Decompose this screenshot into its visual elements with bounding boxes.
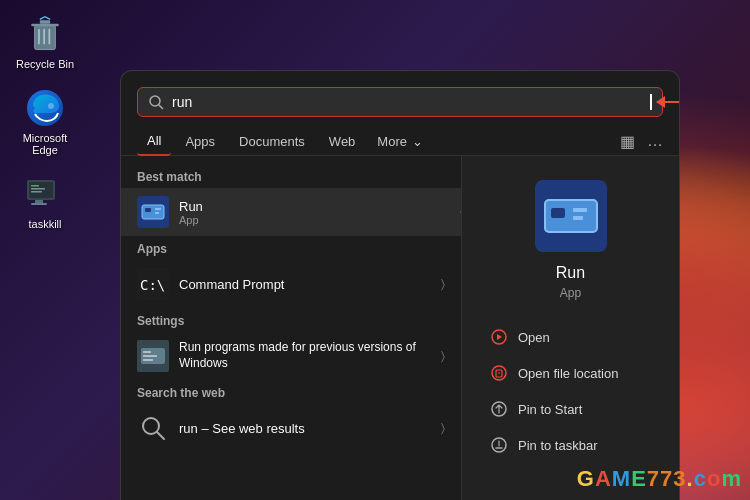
edge-icon	[25, 88, 65, 128]
svg-rect-1	[38, 29, 40, 45]
svg-rect-14	[31, 203, 47, 205]
web-search-arrow: 〉	[441, 421, 445, 435]
settings-label: Settings	[121, 308, 461, 332]
svg-rect-4	[31, 24, 59, 27]
taskkill-icon	[25, 174, 65, 214]
svg-rect-5	[40, 20, 50, 23]
apps-label: Apps	[121, 236, 461, 260]
result-command-prompt[interactable]: C:\ Command Prompt 〉	[121, 260, 461, 308]
svg-rect-33	[551, 208, 565, 218]
settings-run-icon	[137, 340, 169, 372]
svg-rect-28	[143, 359, 153, 361]
svg-rect-27	[143, 355, 157, 357]
cmd-text: Command Prompt	[179, 277, 431, 292]
web-search-icon	[137, 412, 169, 444]
best-match-run[interactable]: Run App 2	[121, 188, 461, 236]
pin-taskbar-icon	[490, 436, 508, 454]
open-icon	[490, 328, 508, 346]
svg-rect-10	[31, 185, 39, 187]
svg-line-16	[159, 105, 163, 109]
header-actions: ▦ …	[620, 132, 663, 151]
run-result-text: Run App	[179, 199, 445, 226]
detail-app-type: App	[560, 286, 581, 300]
svg-text:C:\: C:\	[140, 277, 165, 293]
search-web-label: Search the web	[121, 380, 461, 404]
open-file-icon	[490, 364, 508, 382]
more-options-icon[interactable]: …	[647, 132, 663, 151]
recycle-bin-label: Recycle Bin	[16, 58, 74, 70]
cmd-icon: C:\	[137, 268, 169, 300]
share-icon[interactable]: ▦	[620, 132, 635, 151]
tab-apps[interactable]: Apps	[175, 128, 225, 155]
web-search-name: run – See web results	[179, 421, 431, 436]
search-cursor	[650, 94, 652, 110]
run-type: App	[179, 214, 445, 226]
edge-label: Microsoft Edge	[14, 132, 76, 156]
tab-more[interactable]: More ⌄	[369, 128, 431, 155]
chevron-down-icon: ⌄	[412, 134, 423, 149]
action-pin-taskbar-label: Pin to taskbar	[518, 438, 598, 453]
best-match-label: Best match	[121, 164, 461, 188]
detail-run-icon	[535, 180, 607, 252]
search-bar[interactable]: run 1	[137, 87, 663, 117]
desktop-icons: Recycle Bin	[0, 0, 90, 244]
web-search-text: run – See web results	[179, 421, 431, 436]
settings-run-arrow: 〉	[441, 349, 445, 363]
results-panel: Best match Run App	[121, 156, 461, 500]
search-icon	[148, 94, 164, 110]
cmd-name: Command Prompt	[179, 277, 431, 292]
detail-panel: Run App Open	[461, 156, 679, 500]
desktop: Recycle Bin	[0, 0, 750, 500]
svg-rect-12	[31, 191, 42, 193]
action-open[interactable]: Open	[478, 320, 663, 354]
svg-rect-34	[573, 208, 587, 212]
svg-line-30	[157, 432, 164, 439]
action-open-file[interactable]: Open file location	[478, 356, 663, 390]
desktop-icon-edge[interactable]: Microsoft Edge	[10, 84, 80, 160]
detail-app-name: Run	[556, 264, 585, 282]
svg-rect-9	[29, 182, 53, 198]
start-content: Best match Run App	[121, 156, 679, 500]
desktop-icon-recycle-bin[interactable]: Recycle Bin	[10, 10, 80, 74]
filter-tabs: All Apps Documents Web More ⌄ ▦ …	[121, 127, 679, 156]
action-pin-start[interactable]: Pin to Start	[478, 392, 663, 426]
cmd-arrow: 〉	[441, 277, 445, 291]
svg-rect-2	[43, 29, 45, 45]
run-name: Run	[179, 199, 445, 214]
tab-all[interactable]: All	[137, 127, 171, 156]
svg-rect-13	[35, 200, 43, 203]
svg-rect-11	[31, 188, 45, 190]
svg-point-7	[48, 103, 54, 109]
svg-rect-20	[155, 208, 161, 210]
start-menu: run 1 All Apps Documents Web More ⌄ ▦ …	[120, 70, 680, 500]
result-web-search[interactable]: run – See web results 〉	[121, 404, 461, 452]
settings-run-text: Run programs made for previous versions …	[179, 340, 431, 371]
result-run-programs[interactable]: Run programs made for previous versions …	[121, 332, 461, 380]
tab-documents[interactable]: Documents	[229, 128, 315, 155]
action-pin-taskbar[interactable]: Pin to taskbar	[478, 428, 663, 462]
search-value: run	[172, 94, 642, 110]
desktop-icon-taskkill[interactable]: taskkill	[10, 170, 80, 234]
svg-rect-26	[143, 351, 151, 353]
tab-web[interactable]: Web	[319, 128, 366, 155]
action-open-file-label: Open file location	[518, 366, 618, 381]
detail-actions: Open Open file location	[478, 320, 663, 462]
svg-rect-18	[142, 205, 164, 219]
svg-rect-21	[155, 212, 159, 214]
annotation-1: 1	[657, 89, 680, 115]
pin-start-icon	[490, 400, 508, 418]
action-open-label: Open	[518, 330, 550, 345]
recycle-bin-icon	[25, 14, 65, 54]
run-app-icon	[137, 196, 169, 228]
taskkill-label: taskkill	[28, 218, 61, 230]
svg-rect-3	[48, 29, 50, 45]
svg-rect-35	[573, 216, 583, 220]
action-pin-start-label: Pin to Start	[518, 402, 582, 417]
svg-rect-19	[145, 208, 151, 212]
settings-run-name: Run programs made for previous versions …	[179, 340, 431, 371]
